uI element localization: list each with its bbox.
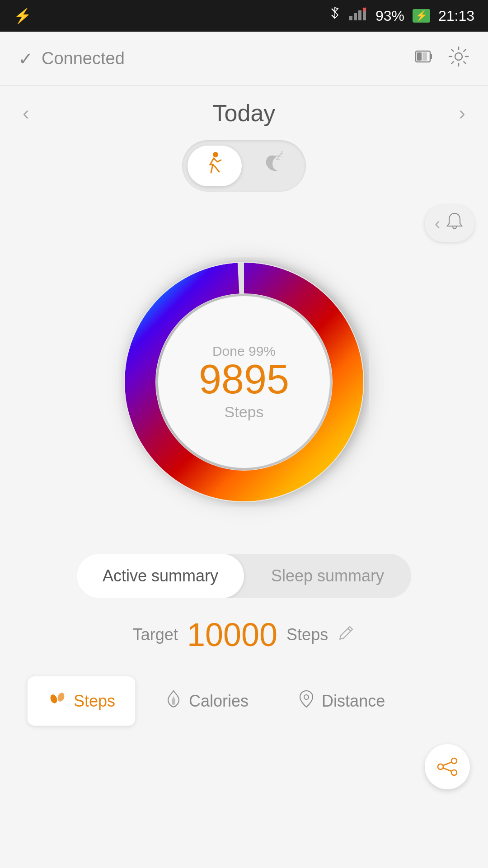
target-value: 10000 (187, 616, 277, 653)
tab-pill: Active summary Sleep summary (77, 554, 411, 598)
usb-icon: ⚡ (14, 7, 32, 24)
main-content: ✓ Connected ‹ Tod (0, 32, 488, 868)
notification-bell[interactable]: ‹ (425, 205, 474, 242)
battery-charging-icon: ⚡ (413, 9, 430, 23)
active-summary-tab[interactable]: Active summary (77, 554, 244, 598)
donut-center: Done 99% 9895 Steps (199, 344, 289, 421)
time: 21:13 (438, 8, 474, 24)
svg-point-21 (304, 695, 309, 699)
bell-icon (445, 212, 465, 236)
share-button[interactable] (425, 744, 470, 789)
svg-point-10 (455, 53, 462, 60)
share-section (0, 726, 488, 789)
sleep-summary-tab[interactable]: Sleep summary (244, 554, 411, 598)
prev-arrow[interactable]: ‹ (23, 102, 29, 124)
svg-point-23 (438, 764, 443, 769)
top-bar-icons (414, 45, 470, 72)
bluetooth-icon (328, 6, 341, 26)
battery-percent: 93% (375, 8, 404, 24)
svg-line-25 (443, 762, 451, 765)
chart-section: Done 99% 9895 Steps (0, 228, 488, 545)
svg-rect-1 (354, 13, 357, 20)
activity-toggle: z z z (182, 140, 306, 192)
next-arrow[interactable]: › (459, 102, 465, 124)
svg-rect-9 (422, 52, 427, 61)
top-bar: ✓ Connected (0, 32, 488, 86)
calories-nav-label: Calories (189, 692, 249, 711)
summary-tabs: Active summary Sleep summary (27, 554, 461, 598)
steps-nav-label: Steps (74, 692, 115, 711)
svg-text:z: z (281, 150, 283, 155)
target-section: Target 10000 Steps (0, 616, 488, 653)
running-icon (201, 150, 228, 182)
status-right: 93% ⚡ 21:13 (328, 6, 474, 26)
donut-chart: Done 99% 9895 Steps (108, 246, 380, 518)
bell-arrow-icon: ‹ (435, 214, 440, 233)
sleep-icon: z z z (260, 150, 287, 182)
bell-section: ‹ (0, 205, 474, 242)
bottom-nav: Steps Calories Distance (0, 676, 488, 726)
svg-rect-0 (349, 16, 352, 20)
settings-icon[interactable] (447, 45, 470, 72)
svg-rect-7 (430, 54, 432, 59)
steps-nav-icon (47, 689, 67, 713)
sleep-toggle-btn[interactable]: z z z (246, 146, 300, 186)
svg-point-19 (49, 693, 58, 704)
svg-rect-2 (358, 10, 361, 20)
svg-point-24 (451, 770, 457, 775)
target-unit: Steps (286, 625, 328, 644)
steps-value: 9895 (199, 359, 289, 400)
svg-point-11 (213, 152, 218, 157)
battery-icon[interactable] (414, 47, 434, 71)
svg-point-20 (56, 692, 66, 703)
calories-nav-icon (164, 689, 183, 713)
toggle-section: z z z (0, 140, 488, 192)
connected-text: Connected (42, 49, 125, 68)
steps-nav-btn[interactable]: Steps (27, 676, 136, 726)
distance-nav-icon (297, 689, 315, 713)
distance-nav-btn[interactable]: Distance (277, 676, 405, 726)
nav-title: Today (213, 99, 276, 127)
svg-point-22 (451, 758, 457, 764)
target-label: Target (133, 625, 178, 644)
status-bar: ⚡ 93% ⚡ 21:13 (0, 0, 488, 32)
distance-nav-label: Distance (322, 692, 385, 711)
svg-rect-8 (417, 52, 422, 61)
svg-line-26 (443, 768, 451, 771)
steps-label: Steps (199, 403, 289, 421)
signal-icon (349, 6, 367, 26)
running-toggle-btn[interactable] (188, 146, 242, 186)
connected-section: ✓ Connected (18, 48, 125, 69)
calories-nav-btn[interactable]: Calories (145, 676, 268, 726)
edit-icon[interactable] (337, 624, 355, 646)
nav-section: ‹ Today › (0, 86, 488, 136)
check-icon: ✓ (18, 48, 33, 69)
